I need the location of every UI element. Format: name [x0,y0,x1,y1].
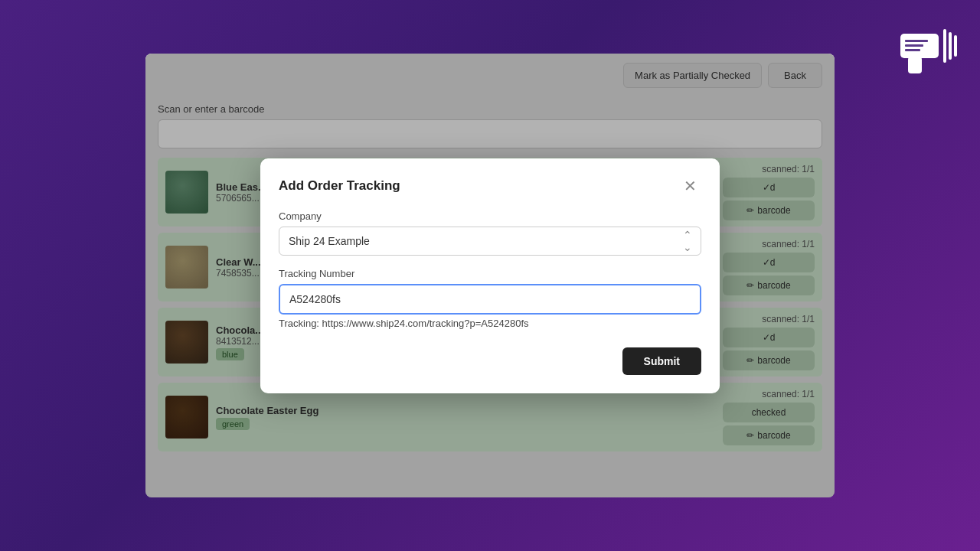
close-icon: ✕ [684,178,697,194]
svg-rect-6 [905,40,928,42]
company-select-wrapper: Ship 24 Example DHL UPS FedEx USPS ⌃⌄ [279,227,701,256]
modal-close-button[interactable]: ✕ [679,177,701,195]
modal-title: Add Order Tracking [279,178,400,194]
add-order-tracking-modal: Add Order Tracking ✕ Company Ship 24 Exa… [260,158,720,393]
svg-rect-4 [949,32,952,60]
modal-footer: Submit [279,347,701,375]
app-logo [893,12,962,81]
company-label: Company [279,210,701,222]
tracking-url: Tracking: https://www.ship24.com/trackin… [279,318,701,329]
company-field: Company Ship 24 Example DHL UPS FedEx US… [279,210,701,256]
modal-overlay[interactable]: Add Order Tracking ✕ Company Ship 24 Exa… [145,54,835,497]
svg-rect-3 [943,29,946,63]
company-select[interactable]: Ship 24 Example DHL UPS FedEx USPS [279,227,701,256]
tracking-number-input[interactable] [279,284,701,315]
svg-rect-2 [908,57,922,73]
svg-rect-5 [954,35,957,57]
modal-header: Add Order Tracking ✕ [279,177,701,195]
submit-button[interactable]: Submit [622,347,701,375]
svg-rect-7 [905,44,923,47]
tracking-number-field: Tracking Number Tracking: https://www.sh… [279,268,701,329]
svg-rect-8 [905,49,920,51]
tracking-number-label: Tracking Number [279,268,701,279]
app-container: Mark as Partially Checked Back Scan or e… [145,54,835,497]
